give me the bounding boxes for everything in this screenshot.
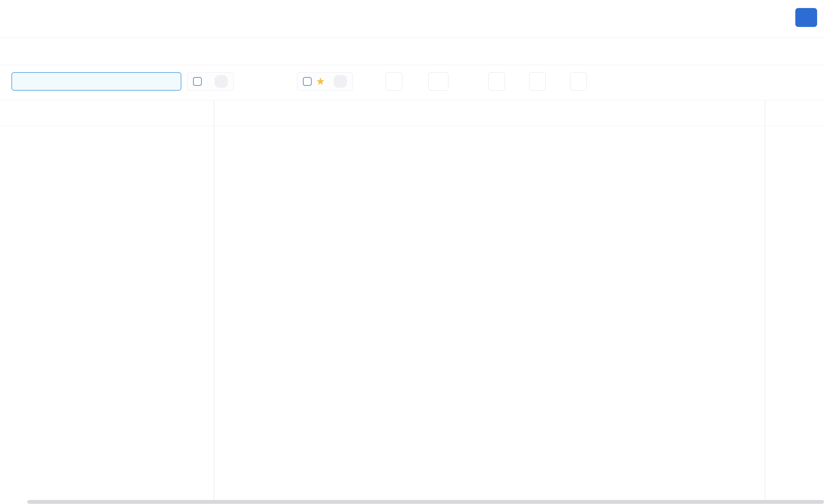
type-dropdown[interactable] (386, 72, 402, 91)
catalog-page: ★ (0, 0, 824, 504)
scope-dropdown[interactable] (428, 72, 448, 91)
lifecycle-dropdown[interactable] (570, 72, 587, 91)
owner-dropdown[interactable] (488, 72, 505, 91)
owned-by-me-checkbox[interactable] (193, 77, 202, 86)
favorites-filter[interactable]: ★ (297, 72, 353, 91)
filter-bar: ★ (0, 65, 824, 100)
owned-by-me-filter[interactable] (187, 72, 234, 91)
favorites-count (334, 75, 347, 88)
favorites-checkbox[interactable] (303, 77, 312, 86)
owned-by-me-count (215, 75, 228, 88)
table-header (0, 100, 824, 126)
entity-kind-tabs (0, 38, 824, 65)
tags-dropdown[interactable] (529, 72, 546, 91)
search-input[interactable] (22, 77, 175, 86)
create-button[interactable] (795, 8, 817, 27)
star-icon: ★ (316, 76, 325, 87)
search-box[interactable] (11, 72, 181, 91)
horizontal-scrollbar[interactable] (27, 500, 824, 504)
name-column-divider (214, 100, 214, 500)
actions-column-divider (764, 100, 765, 500)
page-header (0, 0, 824, 38)
